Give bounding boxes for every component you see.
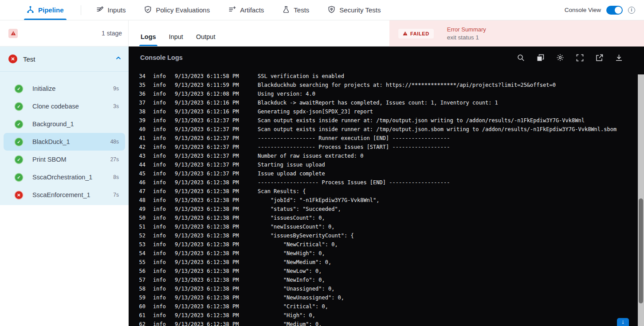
log-line: 43 info 9/13/2023 6:12:37 PM Number of r…: [129, 151, 636, 160]
log-line: 61 info 9/13/2023 6:12:38 PM "High": 0,: [129, 311, 636, 320]
log-level: info: [153, 240, 167, 249]
log-line-number: 45: [138, 169, 145, 178]
tab-pipeline-label: Pipeline: [38, 6, 64, 14]
log-timestamp: 9/13/2023 6:12:38 PM: [175, 249, 245, 258]
tab-output[interactable]: Output: [196, 33, 216, 46]
log-line: 62 info 9/13/2023 6:12:38 PM "Medium": 0…: [129, 320, 636, 326]
log-timestamp: 9/13/2023 6:12:16 PM: [175, 107, 245, 116]
log-level: info: [153, 231, 167, 240]
log-message: SSL verification is enabled: [258, 72, 344, 81]
log-line-number: 43: [138, 151, 145, 160]
scroll-to-bottom-button[interactable]: ↓: [617, 318, 629, 326]
log-level: info: [153, 72, 167, 81]
log-level: info: [153, 205, 167, 213]
sidebar-item-clone-codebase[interactable]: ✓ Clone codebase 3s: [4, 97, 125, 115]
tab-inputs[interactable]: Inputs: [94, 0, 128, 20]
tab-policy-evaluations[interactable]: Policy Evaluations: [142, 0, 212, 20]
log-line-number: 35: [138, 81, 145, 89]
tab-input[interactable]: Input: [169, 33, 183, 46]
log-message: Scan Results: {: [258, 187, 306, 196]
log-line: 44 info 9/13/2023 6:12:37 PM Starting is…: [129, 160, 636, 169]
log-message: Blackduck -> awaitReport has completed, …: [258, 98, 498, 107]
sidebar-item-print-sbom[interactable]: ✓ Print SBOM 27s: [4, 151, 125, 168]
sidebar-item-sscaorchestration-1[interactable]: ✓ SscaOrchestration_1 8s: [4, 168, 125, 186]
top-navigation: Pipeline Inputs Policy Evaluations Artif…: [0, 0, 644, 20]
copy-icon[interactable]: [537, 54, 544, 62]
flask-icon: [283, 6, 290, 14]
chevron-up-icon[interactable]: [115, 55, 122, 63]
log-line-number: 60: [138, 302, 145, 311]
log-line: 37 info 9/13/2023 6:12:16 PM Blackduck -…: [129, 98, 636, 107]
log-line: 41 info 9/13/2023 6:12:37 PM -----------…: [129, 134, 636, 143]
log-line-number: 37: [138, 98, 145, 107]
log-level: info: [153, 320, 167, 326]
stage-header-test[interactable]: ✕ Test: [0, 47, 129, 72]
sidebar-item-initialize[interactable]: ✓ Initialize 9s: [4, 80, 125, 97]
nav-right-controls: Console View i: [565, 6, 644, 15]
policy-shield-check-icon: [144, 6, 152, 15]
step-status-icon: ✓: [15, 156, 23, 163]
log-timestamp: 9/13/2023 6:11:58 PM: [175, 72, 245, 81]
log-timestamp: 9/13/2023 6:12:38 PM: [175, 196, 245, 205]
log-timestamp: 9/13/2023 6:12:37 PM: [175, 116, 245, 125]
log-message: "Unassigned": 0,: [258, 284, 334, 293]
open-in-new-icon[interactable]: [596, 54, 603, 62]
log-message: Using version: 4.0: [258, 89, 315, 98]
log-message: "status": "Succeeded",: [258, 205, 341, 213]
stage-failed-icon: ✕: [8, 54, 17, 63]
log-line: 49 info 9/13/2023 6:12:38 PM "status": "…: [129, 205, 636, 213]
log-message: "jobId": "-n1FkEpdiw3Y7G-Vvk8Wnl",: [258, 196, 380, 205]
log-timestamp: 9/13/2023 6:11:59 PM: [175, 81, 245, 89]
step-status-icon: ✓: [15, 85, 23, 93]
log-message: "NewUnassigned": 0,: [258, 293, 344, 302]
security-shield-icon: [328, 6, 335, 15]
step-duration: 48s: [110, 139, 119, 145]
log-line: 52 info 9/13/2023 6:12:38 PM "issuesBySe…: [129, 231, 636, 240]
log-line-number: 48: [138, 196, 145, 205]
sidebar-item-background-1[interactable]: ✓ Background_1: [4, 115, 125, 133]
gear-icon[interactable]: [556, 54, 564, 62]
log-level: info: [153, 222, 167, 231]
log-line: 46 info 9/13/2023 6:12:38 PM -----------…: [129, 178, 636, 187]
log-level: info: [153, 178, 167, 187]
fullscreen-icon[interactable]: [576, 54, 584, 62]
tab-security-tests[interactable]: Security Tests: [326, 0, 382, 20]
log-message: Starting issue upload: [258, 160, 325, 169]
search-icon[interactable]: [517, 54, 525, 62]
log-level: info: [153, 187, 167, 196]
top-nav-tabs: Pipeline Inputs Policy Evaluations Artif…: [0, 0, 397, 20]
log-message: "NewInfo": 0,: [258, 276, 325, 284]
info-icon[interactable]: i: [628, 7, 635, 14]
log-message: "Medium": 0,: [258, 320, 322, 326]
tab-logs[interactable]: Logs: [141, 33, 156, 46]
tab-input-label: Input: [169, 33, 183, 40]
log-line: 39 info 9/13/2023 6:12:37 PM Scan output…: [129, 116, 636, 125]
log-line: 47 info 9/13/2023 6:12:38 PM Scan Result…: [129, 187, 636, 196]
tab-pipeline[interactable]: Pipeline: [25, 0, 66, 20]
tab-logs-label: Logs: [141, 33, 156, 40]
tab-artifacts[interactable]: Artifacts: [227, 0, 266, 20]
log-scrollbar-thumb[interactable]: [639, 198, 643, 303]
log-level: info: [153, 89, 167, 98]
log-line-number: 42: [138, 143, 145, 151]
log-level: info: [153, 284, 167, 293]
step-duration: 8s: [113, 174, 119, 180]
log-message: "High": 0,: [258, 311, 315, 320]
sub-header: 1 stage Logs Input Output FAILED Error S…: [0, 20, 644, 47]
step-name: SscaEnforcement_1: [32, 191, 90, 198]
log-line: 57 info 9/13/2023 6:12:38 PM "NewInfo": …: [129, 276, 636, 284]
console-view-toggle[interactable]: [606, 6, 623, 15]
log-line-number: 40: [138, 125, 145, 134]
download-icon[interactable]: [615, 54, 623, 62]
log-line: 35 info 9/13/2023 6:11:59 PM Blackduckhu…: [129, 81, 636, 89]
log-line-number: 47: [138, 187, 145, 196]
log-timestamp: 9/13/2023 6:12:37 PM: [175, 151, 245, 160]
tab-tests[interactable]: Tests: [281, 0, 311, 20]
sidebar-item-blackduck-1[interactable]: ✓ BlackDuck_1 48s: [4, 133, 125, 151]
log-message: Generating spdx-json[SPDX_23] report: [258, 107, 373, 116]
inputs-icon: [96, 6, 104, 15]
sidebar-item-sscaenforcement-1[interactable]: ✕ SscaEnforcement_1 7s: [4, 186, 125, 204]
step-name: BlackDuck_1: [32, 138, 70, 145]
log-scrollbar[interactable]: [638, 74, 644, 326]
log-timestamp: 9/13/2023 6:12:38 PM: [175, 293, 245, 302]
